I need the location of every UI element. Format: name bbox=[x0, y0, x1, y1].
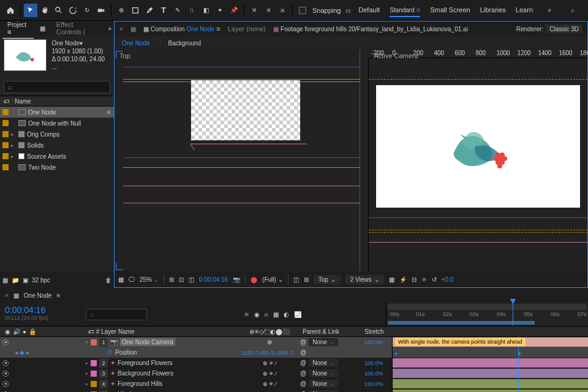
shy-icon[interactable]: ⎌ bbox=[265, 311, 268, 318]
parent-dropdown[interactable]: None⌄ bbox=[309, 359, 338, 367]
visibility-toggle[interactable] bbox=[2, 371, 9, 377]
composition-tab[interactable]: ▦ Composition One Node ≡ bbox=[143, 25, 221, 32]
prev-key-icon[interactable]: ◂ bbox=[15, 349, 18, 356]
mask-icon[interactable]: ◫ bbox=[189, 276, 194, 283]
home-icon[interactable] bbox=[4, 4, 17, 17]
ws-libraries[interactable]: Libraries bbox=[480, 4, 506, 17]
layer-row[interactable]: ▸4✦Foreground Hills ⊕ ✳ ∕ @None⌄ 100.0% bbox=[0, 379, 588, 389]
frame-blend-icon[interactable]: ▦ bbox=[273, 311, 279, 318]
pickwhip-icon[interactable]: @ bbox=[300, 339, 306, 345]
camera-tool[interactable] bbox=[94, 4, 108, 17]
flowchart-icon[interactable]: ⚛ bbox=[106, 109, 111, 116]
view-layout-dropdown[interactable]: 2 Views ⌄ bbox=[345, 275, 384, 284]
ws-learn[interactable]: Learn bbox=[516, 4, 533, 17]
visibility-toggle[interactable] bbox=[2, 360, 9, 366]
3d-view-dropdown[interactable]: Top ⌄ bbox=[314, 275, 341, 284]
comp-thumbnail[interactable] bbox=[4, 39, 47, 71]
graph-editor-icon[interactable]: 📈 bbox=[294, 311, 301, 318]
layer-search[interactable] bbox=[86, 309, 147, 320]
parent-dropdown[interactable]: None⌄ bbox=[309, 338, 338, 346]
roi-icon[interactable]: ◫ bbox=[293, 276, 299, 283]
anchor-tool[interactable]: ⊕ bbox=[115, 4, 128, 17]
trash-icon[interactable]: 🗑 bbox=[105, 277, 111, 284]
stopwatch-icon[interactable]: ⏱ bbox=[107, 349, 113, 356]
local-axis-icon[interactable]: ⤧ bbox=[247, 4, 261, 17]
view-axis-icon[interactable]: ⤩ bbox=[276, 4, 289, 17]
pen-tool[interactable] bbox=[143, 4, 156, 17]
time-ruler[interactable]: :00s 01s 02s 03s 04s 05s 06s 07s bbox=[386, 303, 588, 326]
interpret-icon[interactable]: ▦ bbox=[2, 277, 8, 284]
crumb[interactable]: One Node bbox=[122, 40, 150, 47]
panel-overflow-icon[interactable]: » bbox=[108, 25, 111, 32]
visibility-toggle[interactable] bbox=[2, 381, 9, 387]
footage-tab[interactable]: ▦ Footage foreground hills 20/Fantasy_la… bbox=[273, 25, 468, 32]
close-icon[interactable]: × bbox=[5, 292, 9, 299]
roto-tool[interactable]: ✦ bbox=[213, 4, 227, 17]
project-item[interactable]: One Node with Null bbox=[0, 118, 114, 129]
display-icon[interactable]: 🖵 bbox=[129, 276, 135, 283]
rect-tool[interactable] bbox=[129, 4, 142, 17]
channels-icon[interactable]: ⬤ bbox=[251, 276, 257, 283]
renderer-dropdown[interactable]: Classic 3D bbox=[546, 24, 582, 34]
layer-row[interactable]: ▸5✦Hippies ⊕ ✳ ∕ @None⌄ 100.0% bbox=[0, 389, 588, 392]
bpc-toggle[interactable]: 32 bpc bbox=[32, 277, 50, 284]
view-top[interactable]: Top bbox=[115, 50, 360, 271]
project-search[interactable]: ⌕ bbox=[4, 81, 110, 93]
snapping-checkbox[interactable] bbox=[296, 4, 309, 17]
property-row[interactable]: ◂◆▸ ⏱Position 1155.0,480.0,-2401.7 @ ⬧ ⬧ bbox=[0, 347, 588, 358]
resolution-dropdown[interactable]: (Full) ⌄ bbox=[262, 276, 283, 283]
project-item[interactable]: One Node⚛ bbox=[0, 107, 114, 118]
exposure-value[interactable]: +0.0 bbox=[442, 276, 454, 283]
comp-mini-flowchart-icon[interactable]: ⚛ bbox=[244, 311, 249, 318]
puppet-tool[interactable]: 📌 bbox=[227, 4, 241, 17]
timeline-tab[interactable]: One Node bbox=[24, 292, 52, 299]
current-time-indicator[interactable] bbox=[513, 303, 513, 326]
close-icon[interactable]: × bbox=[119, 26, 123, 32]
draft-3d-icon[interactable]: ◉ bbox=[254, 311, 260, 318]
visibility-toggle[interactable] bbox=[2, 339, 9, 345]
alpha-icon[interactable]: ▦ bbox=[118, 276, 124, 283]
new-comp-icon[interactable]: ▣ bbox=[23, 277, 28, 284]
guides-icon[interactable]: ⊡ bbox=[179, 276, 184, 283]
project-item[interactable]: Two Node bbox=[0, 162, 114, 173]
add-key-icon[interactable]: ◆ bbox=[20, 349, 24, 356]
current-time[interactable]: 0:00:04:16 bbox=[199, 276, 228, 283]
project-item[interactable]: ▸Solids bbox=[0, 140, 114, 151]
clone-tool[interactable]: ⎍ bbox=[185, 4, 198, 17]
crumb[interactable]: Background bbox=[168, 40, 201, 47]
ws-overflow-icon[interactable]: » bbox=[543, 4, 556, 17]
col-name[interactable]: Name bbox=[15, 98, 31, 105]
view-active-camera[interactable]: -200 0 200 400 600 800 1000 1200 1400 16… bbox=[360, 50, 587, 271]
project-item[interactable]: ▸Source Assets bbox=[0, 151, 114, 162]
parent-dropdown[interactable]: None⌄ bbox=[309, 369, 338, 377]
layer-tab[interactable]: Layer (none) bbox=[228, 25, 266, 32]
orbit-tool[interactable] bbox=[66, 4, 80, 17]
transparency-icon[interactable]: ⊞ bbox=[304, 276, 309, 283]
motion-blur-icon[interactable]: ◐ bbox=[284, 311, 289, 318]
timecode[interactable]: 0:00:04:16 00112 (24.00 fps) bbox=[0, 303, 86, 326]
rotation-tool[interactable]: ↻ bbox=[80, 4, 94, 17]
keyframe-icon[interactable]: ⬧ bbox=[394, 349, 398, 356]
layer-row[interactable]: ▾1📷One Node Camera ⊕ @None⌄ 100.0% With … bbox=[0, 337, 588, 347]
effect-controls-icon[interactable]: ▦ bbox=[39, 21, 46, 35]
snapshot-icon[interactable]: 📷 bbox=[233, 276, 240, 283]
comp-flowchart-icon[interactable]: ⚛ bbox=[421, 276, 427, 283]
res-icon[interactable]: ⊞ bbox=[169, 276, 174, 283]
ws-default[interactable]: Default bbox=[358, 4, 380, 17]
selection-tool[interactable] bbox=[24, 4, 37, 17]
new-folder-icon[interactable]: 📁 bbox=[12, 277, 19, 284]
tag-icon[interactable]: 🏷 bbox=[4, 98, 10, 105]
ws-small[interactable]: Small Screen bbox=[430, 4, 470, 17]
ws-standard[interactable]: Standard ≡ bbox=[390, 4, 420, 17]
layer-row[interactable]: ▸2✦Foreground Flowers ⊕ ✳ ∕ @None⌄ 100.0… bbox=[0, 358, 588, 368]
pixel-aspect-icon[interactable]: ▦ bbox=[389, 276, 394, 283]
zoom-dropdown[interactable]: 25% ⌄ bbox=[140, 276, 159, 283]
world-axis-icon[interactable]: ⤨ bbox=[262, 4, 275, 17]
snap-opts-icon[interactable]: ⚏ bbox=[342, 4, 355, 17]
hand-tool[interactable] bbox=[38, 4, 51, 17]
lock-icon[interactable]: ▦ bbox=[130, 26, 136, 32]
layer-row[interactable]: ▸3✦Background Flowers ⊕ ✳ ∕ @None⌄ 100.0… bbox=[0, 368, 588, 379]
search-icon[interactable]: ⌕ bbox=[566, 4, 579, 17]
next-key-icon[interactable]: ▸ bbox=[26, 349, 29, 356]
text-tool[interactable]: T bbox=[157, 4, 170, 17]
